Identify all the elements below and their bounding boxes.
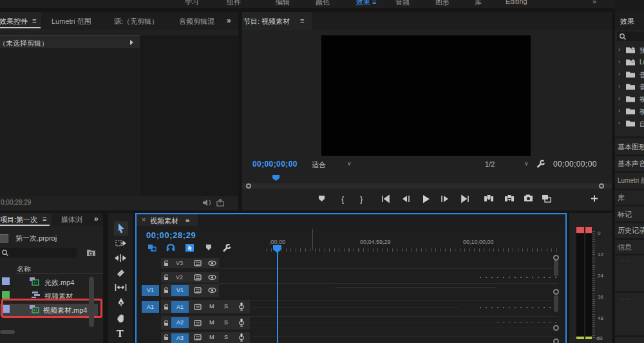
svg-text:{: {: [341, 194, 345, 204]
svg-text:}: }: [360, 194, 363, 204]
